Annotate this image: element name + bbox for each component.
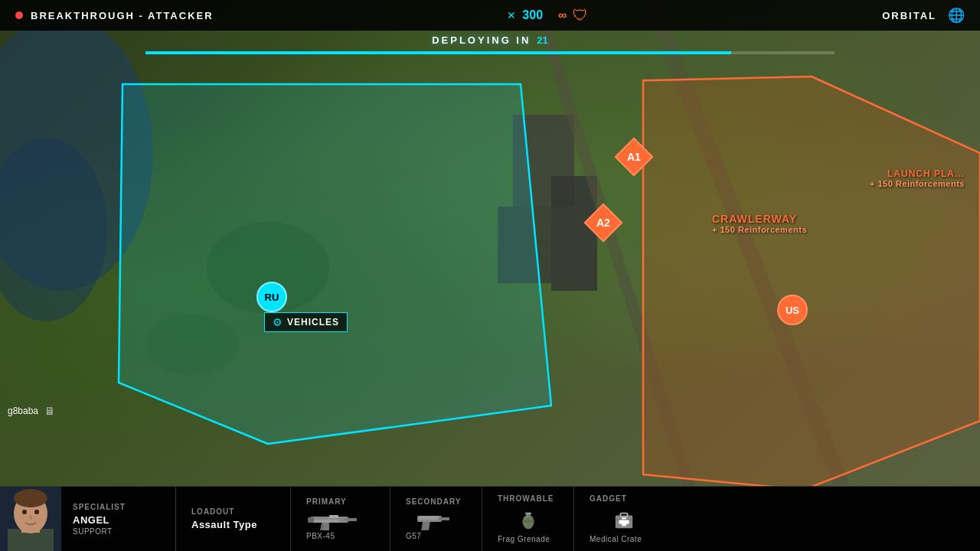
gadget-icon-container (590, 509, 658, 530)
crawlerway-sublabel: + 150 Reinforcements (712, 225, 807, 234)
svg-point-18 (29, 515, 32, 520)
throwable-section: Throwable Frag Grenade (482, 487, 574, 551)
bottom-hud: Specialist ANGEL SUPPORT Loadout Assault… (0, 486, 980, 551)
objective-a1: A1 (620, 143, 648, 171)
throwable-value: Frag Grenade (498, 535, 558, 543)
deploy-progress-bg (145, 51, 835, 54)
vehicles-marker: ⚙ VEHICLES (264, 312, 348, 332)
globe-icon: 🌐 (948, 7, 965, 24)
specialist-name: ANGEL (73, 514, 164, 526)
hud-center: ✕ 300 ∞ 🛡 (507, 7, 588, 24)
svg-rect-30 (419, 516, 439, 520)
launch-text: LAUNCH PLA... (870, 168, 965, 179)
launch-platform-label: LAUNCH PLA... + 150 Reinforcements (870, 168, 965, 188)
us-spawn-label: US (786, 305, 799, 316)
specialist-portrait (0, 487, 61, 551)
a2-diamond: A2 (584, 204, 623, 243)
primary-title: Primary (306, 497, 374, 506)
ru-team-score: ✕ 300 (507, 8, 543, 22)
ru-spawn-marker: RU (256, 282, 287, 312)
deploy-bar: DEPLOYING IN 21 (0, 31, 980, 54)
svg-rect-39 (620, 514, 627, 517)
svg-rect-23 (323, 523, 329, 530)
deploy-timer: 21 (537, 34, 547, 46)
svg-rect-25 (329, 515, 338, 518)
monitor-icon: 🖥 (44, 405, 55, 417)
specialist-title: Specialist (73, 503, 164, 511)
secondary-value: G57 (406, 532, 466, 540)
ru-spawn-label: RU (265, 292, 279, 303)
username-area: g8baba 🖥 (8, 405, 55, 417)
username-text: g8baba (8, 406, 38, 416)
vehicles-label-box: ⚙ VEHICLES (264, 312, 348, 332)
ru-score: 300 (522, 8, 543, 22)
svg-point-17 (34, 510, 39, 514)
crawlerway-label: CRAWLERWAY + 150 Reinforcements (712, 213, 807, 234)
gadget-title: Gadget (590, 494, 658, 503)
map-area[interactable]: RU ⚙ VEHICLES A1 A2 US CRAWLERWAY + 150 … (0, 0, 980, 486)
svg-rect-27 (439, 517, 449, 520)
specialist-section: Specialist ANGEL SUPPORT (61, 487, 176, 551)
svg-rect-21 (345, 518, 357, 521)
deploy-progress-fill (145, 51, 731, 54)
svg-rect-33 (525, 513, 531, 515)
svg-marker-9 (119, 84, 551, 444)
secondary-weapon-icon (406, 509, 459, 530)
svg-rect-20 (312, 520, 339, 523)
objective-a2: A2 (590, 209, 617, 236)
svg-rect-29 (423, 522, 429, 530)
loadout-title: Loadout (191, 507, 275, 516)
hud-left: BREAKTHROUGH - ATTACKER (15, 10, 214, 21)
primary-value: PBX-45 (306, 532, 374, 540)
status-dot (15, 11, 23, 19)
deploy-label: DEPLOYING IN (432, 31, 531, 50)
top-hud: BREAKTHROUGH - ATTACKER ✕ 300 ∞ 🛡 ORBITA… (0, 0, 980, 31)
orbital-label: ORBITAL (882, 10, 936, 21)
svg-rect-24 (308, 517, 314, 523)
launch-sublabel: + 150 Reinforcements (870, 179, 965, 188)
hud-right: ORBITAL 🌐 (882, 7, 965, 24)
portrait-svg (0, 487, 61, 551)
gadget-section: Gadget Medical Crate (574, 487, 674, 551)
svg-rect-38 (619, 520, 629, 524)
game-mode-label: BREAKTHROUGH - ATTACKER (31, 10, 214, 21)
gadget-value: Medical Crate (590, 535, 658, 543)
throwable-icon-container (498, 509, 558, 530)
us-spawn-marker: US (777, 295, 808, 325)
primary-section: Primary PBX-45 (291, 487, 390, 551)
loadout-section: Loadout Assault Type (176, 487, 291, 551)
ru-spawn-circle: RU (256, 282, 287, 312)
us-team-score: ∞ 🛡 (558, 7, 588, 24)
map-terrain (0, 0, 980, 486)
vehicles-text: VEHICLES (287, 317, 339, 328)
primary-weapon-icon (306, 509, 360, 530)
a2-label: A2 (596, 217, 610, 229)
svg-marker-10 (643, 77, 980, 486)
grenade-icon (519, 509, 537, 530)
us-spawn-circle: US (777, 295, 808, 325)
specialist-role: SUPPORT (73, 527, 164, 536)
svg-point-15 (14, 489, 47, 507)
a1-diamond: A1 (615, 138, 654, 177)
crawlerway-text: CRAWLERWAY (712, 213, 807, 225)
shield-icon: 🛡 (573, 7, 588, 24)
ru-icon: ✕ (507, 9, 516, 21)
throwable-title: Throwable (498, 494, 558, 503)
secondary-section: Secondary G57 (390, 487, 482, 551)
gear-icon: ⚙ (273, 316, 283, 328)
loadout-value: Assault Type (191, 519, 275, 530)
medical-crate-icon (613, 509, 635, 530)
svg-point-16 (22, 510, 27, 514)
us-score: ∞ (558, 8, 567, 22)
secondary-title: Secondary (406, 497, 466, 506)
a1-label: A1 (627, 151, 641, 163)
